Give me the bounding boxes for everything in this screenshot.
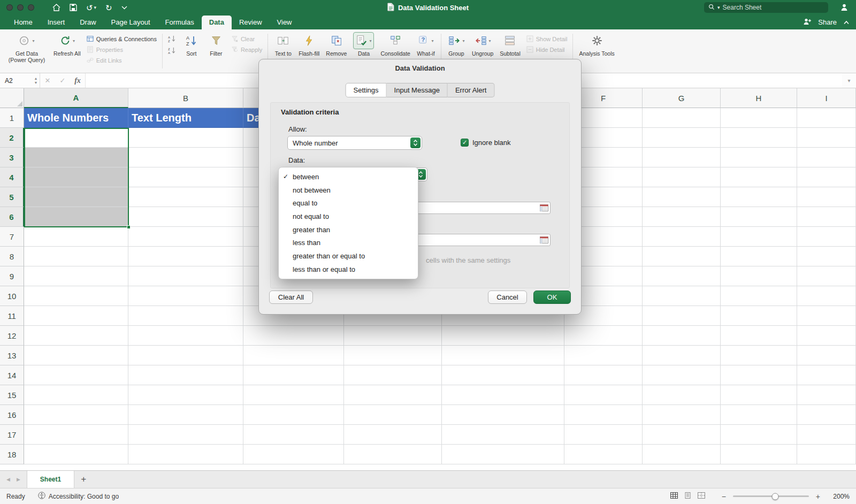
- cell-g12[interactable]: [643, 326, 721, 346]
- menu-tab-data[interactable]: Data: [202, 16, 232, 29]
- cell-b8[interactable]: [128, 247, 243, 266]
- menu-tab-draw[interactable]: Draw: [72, 16, 103, 29]
- cell-a15[interactable]: [24, 385, 128, 405]
- menu-item-between[interactable]: ✓between: [279, 170, 418, 184]
- cell-c15[interactable]: [243, 385, 344, 405]
- cell-f14[interactable]: [564, 365, 643, 385]
- menu-tab-page-layout[interactable]: Page Layout: [104, 16, 158, 29]
- cell-b18[interactable]: [128, 445, 243, 464]
- name-box[interactable]: A2: [0, 73, 32, 88]
- cell-f17[interactable]: [564, 425, 643, 445]
- cell-a9[interactable]: [24, 266, 128, 286]
- ribbon-clear[interactable]: Clear: [231, 34, 262, 44]
- cell-h5[interactable]: [721, 187, 797, 207]
- row-header-17[interactable]: 17: [0, 425, 24, 445]
- row-header-9[interactable]: 9: [0, 266, 24, 286]
- cell-h13[interactable]: [721, 346, 797, 365]
- cell-e17[interactable]: [442, 425, 564, 445]
- column-header-h[interactable]: H: [721, 88, 797, 108]
- cell-g6[interactable]: [643, 207, 721, 227]
- cell-h8[interactable]: [721, 247, 797, 266]
- cell-h3[interactable]: [721, 148, 797, 167]
- cell-b16[interactable]: [128, 405, 243, 425]
- ribbon-show-detail[interactable]: Show Detail: [526, 34, 568, 44]
- cell-e13[interactable]: [442, 346, 564, 365]
- cell-i11[interactable]: [797, 306, 856, 326]
- menu-tab-insert[interactable]: Insert: [40, 16, 73, 29]
- cancel-button[interactable]: Cancel: [488, 291, 527, 304]
- row-header-14[interactable]: 14: [0, 365, 24, 385]
- cell-a1[interactable]: Whole Numbers: [24, 108, 128, 128]
- collapse-ribbon-chevron-icon[interactable]: [843, 18, 850, 26]
- cell-f18[interactable]: [564, 445, 643, 464]
- cell-b2[interactable]: [128, 128, 243, 148]
- column-header-i[interactable]: I: [797, 88, 856, 108]
- cancel-entry-icon[interactable]: ✕: [40, 73, 55, 88]
- column-header-b[interactable]: B: [128, 88, 243, 108]
- menu-tab-formulas[interactable]: Formulas: [158, 16, 202, 29]
- cell-i13[interactable]: [797, 346, 856, 365]
- zoom-out-button[interactable]: −: [722, 492, 726, 501]
- dialog-tab-settings[interactable]: Settings: [346, 83, 387, 97]
- ribbon-get-data-power-query[interactable]: ▾Get Data (Power Query): [3, 30, 50, 63]
- cell-c13[interactable]: [243, 346, 344, 365]
- menu-tab-review[interactable]: Review: [232, 16, 270, 29]
- cell-b13[interactable]: [128, 346, 243, 365]
- cell-g18[interactable]: [643, 445, 721, 464]
- undo-icon[interactable]: ↺▾: [86, 4, 96, 12]
- cell-a7[interactable]: [24, 227, 128, 247]
- cell-b17[interactable]: [128, 425, 243, 445]
- ribbon-flash-fill[interactable]: Flash-fill: [295, 30, 323, 57]
- row-header-5[interactable]: 5: [0, 187, 24, 207]
- ok-button[interactable]: OK: [533, 291, 571, 304]
- cell-g15[interactable]: [643, 385, 721, 405]
- formula-bar-expand-chevron-icon[interactable]: ▾: [842, 73, 856, 88]
- cell-h7[interactable]: [721, 227, 797, 247]
- accessibility-status[interactable]: Accessibility: Good to go: [38, 492, 119, 501]
- account-person-icon[interactable]: [840, 3, 849, 13]
- menu-item-greater-than[interactable]: greater than: [279, 223, 418, 236]
- cell-d15[interactable]: [344, 385, 442, 405]
- dialog-tab-error-alert[interactable]: Error Alert: [448, 83, 495, 97]
- cell-h18[interactable]: [721, 445, 797, 464]
- cell-b10[interactable]: [128, 286, 243, 306]
- menu-item-equal-to[interactable]: equal to: [279, 196, 418, 210]
- selection-fill-handle[interactable]: [127, 225, 131, 229]
- cell-b3[interactable]: [128, 148, 243, 167]
- cell-c17[interactable]: [243, 425, 344, 445]
- column-header-g[interactable]: G: [643, 88, 721, 108]
- row-header-16[interactable]: 16: [0, 405, 24, 425]
- ribbon-analysis-tools[interactable]: Analysis Tools: [576, 30, 617, 57]
- ribbon-hide-detail[interactable]: Hide Detail: [526, 44, 568, 55]
- cell-a11[interactable]: [24, 306, 128, 326]
- cell-a8[interactable]: [24, 247, 128, 266]
- customize-toolbar-chevron-icon[interactable]: [121, 6, 127, 10]
- cell-c14[interactable]: [243, 365, 344, 385]
- ribbon-reapply[interactable]: Reapply: [231, 44, 262, 55]
- confirm-entry-icon[interactable]: ✓: [55, 73, 70, 88]
- cell-h14[interactable]: [721, 365, 797, 385]
- ribbon-what-if[interactable]: ?▾What-if: [414, 30, 438, 57]
- zoom-in-button[interactable]: +: [816, 492, 820, 501]
- save-icon[interactable]: [70, 4, 77, 11]
- cell-a2[interactable]: [24, 128, 128, 148]
- cell-e16[interactable]: [442, 405, 564, 425]
- cell-f12[interactable]: [564, 326, 643, 346]
- add-sheet-button[interactable]: +: [74, 471, 93, 488]
- cell-h4[interactable]: [721, 167, 797, 187]
- cell-i8[interactable]: [797, 247, 856, 266]
- cell-a14[interactable]: [24, 365, 128, 385]
- clear-all-button[interactable]: Clear All: [269, 291, 313, 304]
- cell-a16[interactable]: [24, 405, 128, 425]
- share-button[interactable]: Share: [818, 18, 837, 26]
- cell-b4[interactable]: [128, 167, 243, 187]
- cell-h12[interactable]: [721, 326, 797, 346]
- cell-d13[interactable]: [344, 346, 442, 365]
- cell-i5[interactable]: [797, 187, 856, 207]
- cell-a5[interactable]: [24, 187, 128, 207]
- cell-h1[interactable]: [721, 108, 797, 128]
- cell-a17[interactable]: [24, 425, 128, 445]
- menu-tab-view[interactable]: View: [270, 16, 300, 29]
- cell-b14[interactable]: [128, 365, 243, 385]
- cell-b7[interactable]: [128, 227, 243, 247]
